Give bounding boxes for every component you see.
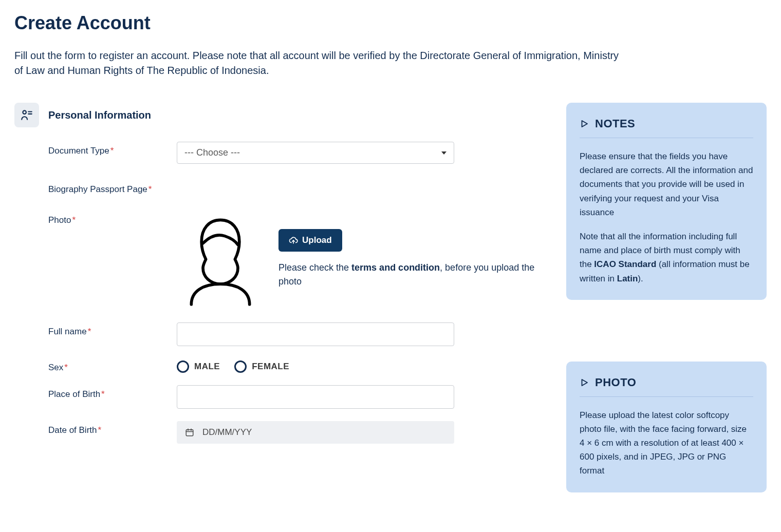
upload-icon xyxy=(289,236,298,245)
document-type-label: Document Type* xyxy=(48,142,177,156)
svg-point-0 xyxy=(23,110,26,114)
avatar-placeholder-icon xyxy=(177,211,264,306)
photo-hint: Please check the terms and condition, be… xyxy=(278,261,548,289)
svg-rect-3 xyxy=(186,430,193,436)
photo-panel-title: PHOTO xyxy=(595,376,636,389)
full-name-input[interactable] xyxy=(177,322,454,346)
radio-icon xyxy=(234,360,247,373)
notes-para-2: Note that all the information including … xyxy=(580,230,753,286)
notes-title: NOTES xyxy=(595,117,635,130)
radio-icon xyxy=(177,360,189,373)
calendar-icon xyxy=(185,428,194,437)
sex-radio-female[interactable]: FEMALE xyxy=(234,360,289,373)
chevron-down-icon xyxy=(441,151,447,155)
notes-para-1: Please ensure that the fields you have d… xyxy=(580,149,753,219)
photo-label: Photo* xyxy=(48,211,177,225)
notes-panel: NOTES Please ensure that the fields you … xyxy=(566,103,767,300)
triangle-right-icon xyxy=(580,378,589,387)
sex-label: Sex* xyxy=(48,358,177,373)
page-description: Fill out the form to register an account… xyxy=(14,48,621,78)
upload-button-label: Upload xyxy=(302,235,332,245)
radio-label-male: MALE xyxy=(194,362,220,372)
place-of-birth-input[interactable] xyxy=(177,385,454,409)
upload-button[interactable]: Upload xyxy=(278,229,342,252)
triangle-right-icon xyxy=(580,119,589,128)
radio-label-female: FEMALE xyxy=(252,362,289,372)
document-type-select[interactable]: --- Choose --- xyxy=(177,142,454,164)
section-title: Personal Information xyxy=(48,109,151,121)
date-of-birth-label: Date of Birth* xyxy=(48,421,177,435)
sex-radio-male[interactable]: MALE xyxy=(177,360,220,373)
photo-panel: PHOTO Please upload the latest color sof… xyxy=(566,362,767,492)
date-of-birth-input[interactable]: DD/MM/YYY xyxy=(177,421,454,444)
date-placeholder: DD/MM/YYY xyxy=(202,427,252,438)
photo-panel-para: Please upload the latest color softcopy … xyxy=(580,408,753,478)
section-header: Personal Information xyxy=(14,103,548,127)
full-name-label: Full name* xyxy=(48,322,177,337)
person-info-icon xyxy=(14,103,39,127)
passport-page-label: Biography Passport Page* xyxy=(48,180,177,195)
place-of-birth-label: Place of Birth* xyxy=(48,385,177,400)
document-type-selected: --- Choose --- xyxy=(184,147,240,158)
page-title: Create Account xyxy=(14,12,767,34)
